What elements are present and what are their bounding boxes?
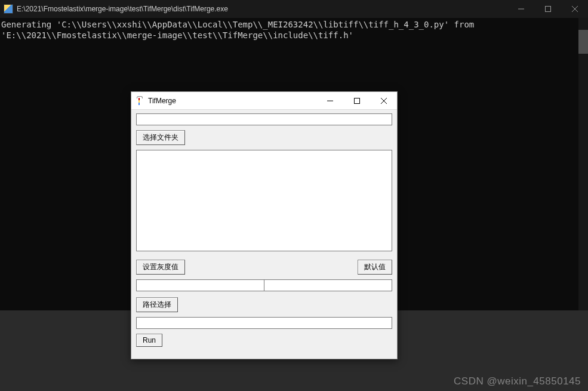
close-button[interactable] <box>561 0 588 18</box>
path-input[interactable] <box>136 317 392 329</box>
scrollbar[interactable] <box>578 18 588 310</box>
path-select-button[interactable]: 路径选择 <box>136 297 178 312</box>
console-title: E:\2021\Fmostelastix\merge-image\test\Ti… <box>17 5 507 13</box>
watermark: CSDN @weixin_45850145 <box>454 375 581 387</box>
gray-value-right-input[interactable] <box>264 279 392 291</box>
dialog-body: 选择文件夹 设置灰度值 默认值 路径选择 Run <box>131 110 397 359</box>
file-list-textarea[interactable] <box>136 150 392 251</box>
dialog-minimize-button[interactable] <box>316 92 343 110</box>
svg-rect-1 <box>545 7 550 12</box>
dialog-maximize-button[interactable] <box>343 92 370 110</box>
maximize-button[interactable] <box>534 0 561 18</box>
tk-feather-icon <box>135 96 144 106</box>
folder-input[interactable] <box>136 113 392 125</box>
tifmerge-dialog: TifMerge 选择文件夹 设置灰度值 默认值 路径选择 <box>131 91 398 359</box>
scrollbar-thumb[interactable] <box>578 30 588 54</box>
window-controls <box>507 0 588 18</box>
dialog-title: TifMerge <box>148 97 316 105</box>
dialog-close-button[interactable] <box>370 92 397 110</box>
dialog-window-controls <box>316 92 397 110</box>
select-folder-button[interactable]: 选择文件夹 <box>136 130 185 145</box>
console-titlebar[interactable]: E:\2021\Fmostelastix\merge-image\test\Ti… <box>0 0 588 18</box>
default-value-button[interactable]: 默认值 <box>358 260 392 275</box>
run-button[interactable]: Run <box>136 334 162 347</box>
minimize-button[interactable] <box>507 0 534 18</box>
svg-rect-5 <box>354 98 359 103</box>
set-gray-button[interactable]: 设置灰度值 <box>136 260 185 275</box>
dialog-titlebar[interactable]: TifMerge <box>131 92 397 110</box>
app-icon <box>4 4 13 14</box>
gray-value-left-input[interactable] <box>136 279 264 291</box>
